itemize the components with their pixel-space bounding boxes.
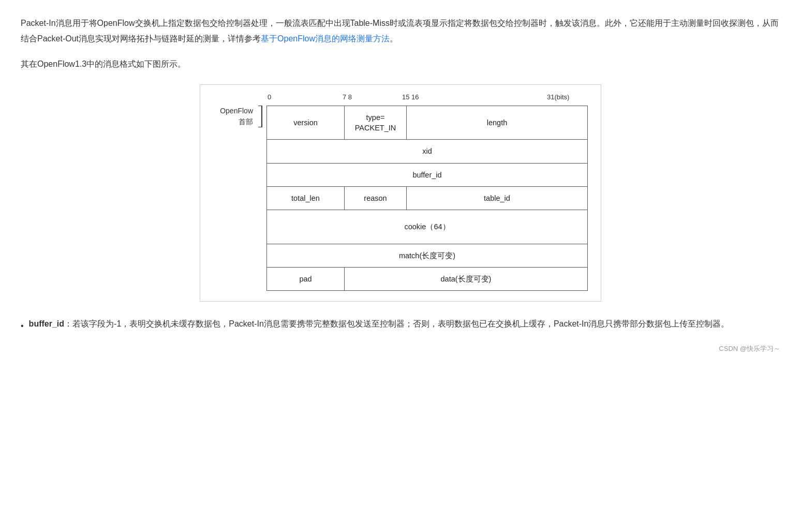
table-row-xid: xid (267, 140, 588, 163)
diagram-main: OpenFlow 首部 version type=PACKET_IN lengt (213, 106, 588, 291)
table-row-pad-data: pad data(长度可变) (267, 267, 588, 290)
bit-label-0: 0 (268, 93, 271, 101)
diagram: 0 7 8 15 16 31(bits) OpenFlow 首部 (200, 84, 601, 302)
bullet-item-buffer-id: • buffer_id：若该字段为-1，表明交换机未缓存数据包，Packet-I… (21, 316, 780, 334)
cell-buffer-id: buffer_id (267, 163, 588, 186)
table-row-buffer-id: buffer_id (267, 163, 588, 186)
bit-label-1516: 15 16 (402, 93, 419, 101)
cell-data: data(长度可变) (345, 267, 588, 290)
bullet-text-buffer-id: buffer_id：若该字段为-1，表明交换机未缓存数据包，Packet-In消… (29, 316, 780, 332)
packet-format-table: version type=PACKET_IN length xid buffer… (266, 106, 588, 291)
bullet-label-buffer-id: buffer_id (29, 319, 64, 328)
openflow-label-line1: OpenFlow (220, 106, 253, 116)
openflow-label: OpenFlow 首部 (213, 106, 253, 127)
cell-cookie: cookie（64） (267, 210, 588, 244)
intro-paragraph: Packet-In消息用于将OpenFlow交换机上指定数据包交给控制器处理，一… (21, 16, 780, 46)
table-row-total-len-reason: total_len reason table_id (267, 186, 588, 210)
table-row-cookie: cookie（64） (267, 210, 588, 244)
bit-labels-row: 0 7 8 15 16 31(bits) (268, 93, 588, 105)
cell-table-id: table_id (407, 186, 588, 210)
bullet-content-buffer-id: ：若该字段为-1，表明交换机未缓存数据包，Packet-In消息需要携带完整数据… (64, 319, 729, 328)
sub-paragraph: 其在OpenFlow1.3中的消息格式如下图所示。 (21, 56, 780, 72)
cell-length: length (407, 106, 588, 140)
intro-text-end: 。 (390, 34, 398, 43)
left-brace (255, 106, 262, 127)
cell-match: match(长度可变) (267, 244, 588, 267)
cell-total-len: total_len (267, 186, 345, 210)
table-row-header: version type=PACKET_IN length (267, 106, 588, 140)
cell-pad: pad (267, 267, 345, 290)
cell-reason: reason (345, 186, 407, 210)
intro-link[interactable]: 基于OpenFlow消息的网络测量方法 (261, 34, 390, 43)
left-label-area: OpenFlow 首部 (213, 106, 262, 127)
bullet-section: • buffer_id：若该字段为-1，表明交换机未缓存数据包，Packet-I… (21, 316, 780, 334)
diagram-wrapper: 0 7 8 15 16 31(bits) OpenFlow 首部 (21, 84, 780, 302)
bullet-dot: • (21, 318, 24, 334)
table-row-match: match(长度可变) (267, 244, 588, 267)
bit-label-78: 7 8 (343, 93, 352, 101)
cell-xid: xid (267, 140, 588, 163)
cell-version: version (267, 106, 345, 140)
footer: CSDN @快乐学习～ (21, 344, 780, 353)
intro-text-part1: Packet-In消息用于将OpenFlow交换机上指定数据包交给控制器处理，一… (21, 19, 779, 43)
cell-type: type=PACKET_IN (345, 106, 407, 140)
openflow-label-line2: 首部 (239, 116, 253, 127)
bit-label-31: 31(bits) (547, 93, 569, 101)
